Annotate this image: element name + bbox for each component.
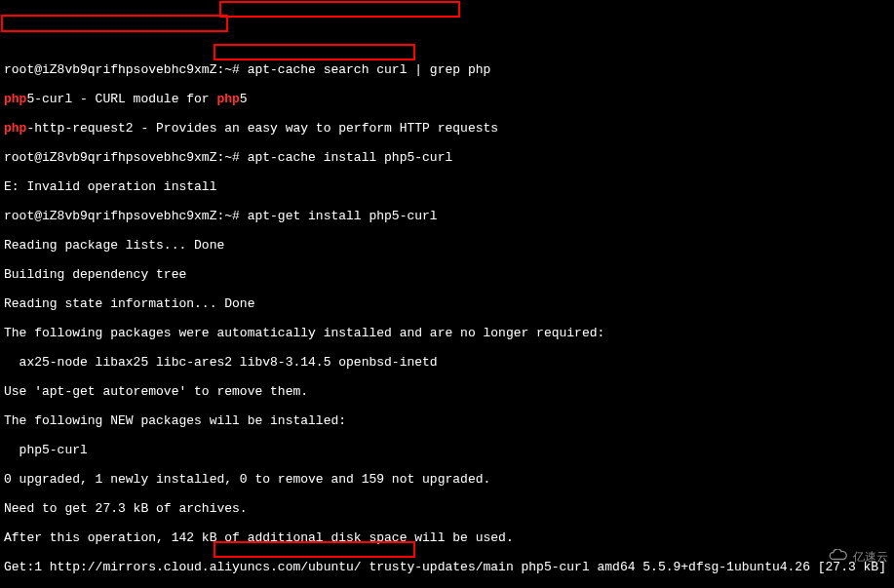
terminal-output: php5-curl xyxy=(4,443,890,457)
terminal-output: ax25-node libax25 libc-ares2 libv8-3.14.… xyxy=(4,355,890,370)
terminal-output: Get:1 http://mirrors.cloud.aliyuncs.com/… xyxy=(4,560,890,574)
grep-match: php xyxy=(216,92,239,106)
cloud-icon xyxy=(799,534,849,582)
terminal-output: php5-curl - CURL module for php5 xyxy=(4,92,890,106)
command-text: apt-cache install php5-curl xyxy=(248,150,453,165)
watermark-text: 亿速云 xyxy=(853,551,888,566)
terminal-output: The following NEW packages will be insta… xyxy=(4,413,890,428)
terminal-output: Reading package lists... Done xyxy=(4,238,890,253)
highlight-box xyxy=(219,1,460,18)
command-text: apt-get install php5-curl xyxy=(248,209,438,223)
terminal-output: Reading state information... Done xyxy=(4,296,890,311)
command-text: apt-cache search curl | grep php xyxy=(248,62,491,77)
terminal-output: Use 'apt-get autoremove' to remove them. xyxy=(4,384,890,399)
terminal-line[interactable]: root@iZ8vb9qrifhpsovebhc9xmZ:~# apt-cach… xyxy=(4,62,890,77)
prompt: root@iZ8vb9qrifhpsovebhc9xmZ:~# xyxy=(4,150,248,165)
watermark: 亿速云 xyxy=(799,534,888,582)
terminal-output: After this operation, 142 kB of addition… xyxy=(4,530,890,545)
prompt: root@iZ8vb9qrifhpsovebhc9xmZ:~# xyxy=(4,209,248,223)
grep-match: php xyxy=(4,121,26,136)
grep-match: php xyxy=(4,92,26,106)
terminal-output: Need to get 27.3 kB of archives. xyxy=(4,501,890,516)
highlight-box xyxy=(214,44,415,60)
terminal-line[interactable]: root@iZ8vb9qrifhpsovebhc9xmZ:~# apt-get … xyxy=(4,209,890,223)
prompt: root@iZ8vb9qrifhpsovebhc9xmZ:~# xyxy=(4,62,248,77)
terminal-output: 0 upgraded, 1 newly installed, 0 to remo… xyxy=(4,472,890,487)
terminal-output: The following packages were automaticall… xyxy=(4,326,890,340)
terminal-output: Building dependency tree xyxy=(4,267,890,282)
terminal-output: php-http-request2 - Provides an easy way… xyxy=(4,121,890,136)
terminal-output: E: Invalid operation install xyxy=(4,179,890,194)
highlight-box xyxy=(1,15,228,32)
terminal-line[interactable]: root@iZ8vb9qrifhpsovebhc9xmZ:~# apt-cach… xyxy=(4,150,890,165)
